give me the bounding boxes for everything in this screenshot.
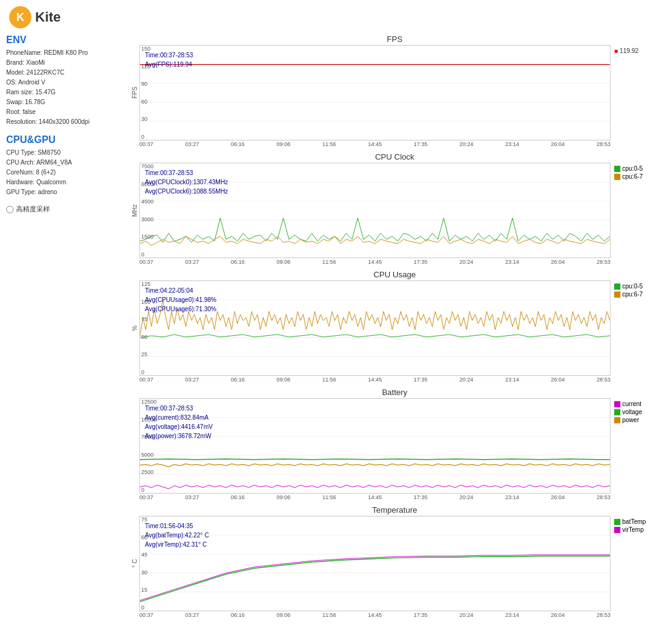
cpu-usage-legend: cpu:0-5 cpu:6-7: [610, 280, 660, 376]
bat-temp-label: batTemp: [622, 518, 646, 525]
legend-cpu-usage-05: cpu:0-5: [614, 283, 660, 290]
cpu-clock-svg: [140, 163, 610, 258]
cpu-gpu-info: CPU Type: SM8750 CPU Arch: ARM64_V8A Cor…: [6, 148, 123, 197]
cpu67-label: cpu:6-7: [622, 173, 643, 180]
cpu-usage-05-label: cpu:0-5: [622, 283, 643, 290]
battery-y-label: [130, 398, 139, 494]
battery-chart: Battery: [130, 388, 660, 500]
cpu-usage-wrap: % 1251007550250: [130, 280, 660, 376]
env-title: ENV: [6, 35, 123, 46]
cpu-usage-y-ticks: 1251007550250: [140, 281, 152, 375]
temperature-chart-title: Temperature: [130, 505, 660, 515]
battery-chart-wrap: 12500100007500500025000 Time:00:37-28:53…: [130, 398, 660, 494]
temp-y-ticks: 75604530150: [140, 516, 149, 611]
temperature-chart-wrap: ° C 75604530150: [130, 516, 660, 611]
env-info: PhoneName: REDMI K80 Pro Brand: XiaoMi M…: [6, 48, 123, 127]
fps-legend: ■ 119.92: [610, 45, 660, 141]
high-precision-label: 高精度采样: [16, 205, 50, 214]
vir-temp-label: virTemp: [622, 526, 644, 533]
header: K Kite: [0, 0, 666, 35]
fps-y-ticks: 1501209060300: [140, 46, 152, 140]
cpu05-color-dot: [614, 166, 620, 172]
fps-value: ■ 119.92: [614, 47, 660, 54]
voltage-label: voltage: [622, 409, 642, 415]
cpu-gpu-title: CPU&GPU: [6, 134, 123, 145]
battery-y-ticks: 12500100007500500025000: [140, 399, 158, 493]
app-name: Kite: [35, 9, 61, 25]
cpu-usage-67-label: cpu:6-7: [622, 291, 643, 298]
legend-voltage: voltage: [614, 409, 660, 415]
temperature-chart: Temperature ° C: [130, 505, 660, 618]
temperature-x-labels: 00:3703:2706:1609:0611:56 14:4517:3520:2…: [130, 612, 660, 618]
bat-temp-dot: [614, 519, 620, 525]
main-layout: ENV PhoneName: REDMI K80 Pro Brand: Xiao…: [0, 35, 666, 623]
battery-chart-title: Battery: [130, 388, 660, 397]
cpu-clock-y-label: MHz: [130, 163, 139, 258]
legend-current: current: [614, 401, 660, 407]
battery-chart-inner: 12500100007500500025000 Time:00:37-28:53…: [139, 398, 610, 494]
charts-area: FPS FPS: [130, 35, 660, 623]
fps-chart-wrap: FPS 150: [130, 45, 660, 141]
fps-x-labels: 00:3703:2706:1609:0611:56 14:4517:3520:2…: [130, 141, 660, 147]
legend-cpu05: cpu:0-5: [614, 165, 660, 172]
cpu-usage-05-dot: [614, 283, 620, 290]
power-label: power: [622, 417, 639, 423]
voltage-dot: [614, 409, 620, 415]
high-precision-option[interactable]: 高精度采样: [6, 205, 123, 214]
legend-cpu-usage-67: cpu:6-7: [614, 291, 660, 298]
radio-icon[interactable]: [6, 206, 14, 213]
cpu-clock-wrap: MHz 750060004500: [130, 163, 660, 258]
legend-cpu67: cpu:6-7: [614, 173, 660, 180]
logo-icon: K: [9, 6, 31, 28]
vir-temp-dot: [614, 527, 620, 533]
fps-chart: FPS FPS: [130, 35, 660, 147]
legend-bat-temp: batTemp: [614, 518, 660, 525]
legend-power: power: [614, 417, 660, 423]
fps-chart-svg: [140, 46, 610, 140]
power-dot: [614, 417, 620, 423]
fps-chart-inner: 1501209060300 Time:00:37-28:53 Avg(FPS):…: [139, 45, 610, 141]
cpu-usage-inner: 1251007550250 Time:04:22-05:04 Avg(CPUUs…: [139, 280, 610, 376]
battery-x-labels: 00:3703:2706:1609:0611:56 14:4517:3520:2…: [130, 494, 660, 500]
cpu-clock-inner: 750060004500300015000 Time:00:37-28:53 A…: [139, 163, 610, 258]
fps-chart-title: FPS: [130, 35, 660, 44]
sidebar: ENV PhoneName: REDMI K80 Pro Brand: Xiao…: [6, 35, 130, 623]
temperature-svg: [140, 516, 610, 611]
cpu67-color-dot: [614, 174, 620, 180]
cpu-usage-x-labels: 00:3703:2706:1609:0611:56 14:4517:3520:2…: [130, 377, 660, 383]
temperature-chart-inner: 75604530150 Time:01:56-04:35 Avg(batTemp…: [139, 516, 610, 611]
current-dot: [614, 401, 620, 407]
legend-vir-temp: virTemp: [614, 526, 660, 533]
cpu-usage-title: CPU Usage: [130, 270, 660, 279]
current-label: current: [622, 401, 641, 407]
cpu-clock-chart: CPU Clock MHz: [130, 152, 660, 265]
cpu-clock-legend: cpu:0-5 cpu:6-7: [610, 163, 660, 258]
fps-y-label: FPS: [130, 45, 139, 141]
cpu-clock-y-ticks: 750060004500300015000: [140, 163, 155, 258]
temperature-legend: batTemp virTemp: [610, 516, 660, 611]
cpu05-label: cpu:0-5: [622, 165, 643, 172]
battery-svg: [140, 399, 610, 493]
cpu-clock-title: CPU Clock: [130, 152, 660, 161]
cpu-usage-y-label: %: [130, 280, 139, 376]
temperature-y-label: ° C: [130, 516, 139, 611]
battery-legend: current voltage power: [610, 398, 660, 494]
cpu-usage-67-dot: [614, 291, 620, 298]
cpu-clock-x-labels: 00:3703:2706:1609:0611:56 14:4517:3520:2…: [130, 259, 660, 265]
cpu-usage-svg: [140, 281, 610, 375]
cpu-usage-chart: CPU Usage %: [130, 270, 660, 383]
